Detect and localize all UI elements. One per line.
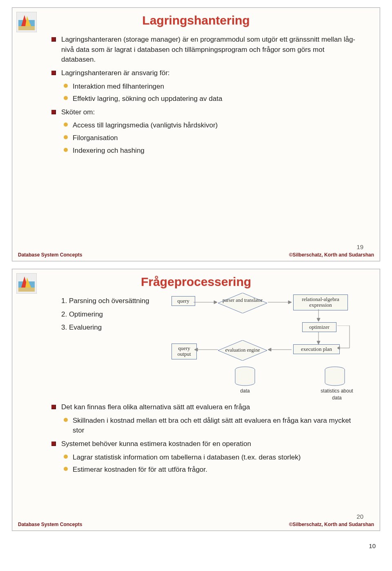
- list-item: 2. Optimering: [61, 310, 159, 320]
- cylinder-icon: [233, 366, 257, 387]
- svg-marker-24: [337, 346, 340, 350]
- numbered-list: 1. Parsning och översättning 2. Optimeri…: [61, 293, 159, 336]
- logo: [16, 12, 37, 32]
- svg-marker-11: [214, 301, 217, 304]
- cylinder-icon: [323, 366, 347, 387]
- flowchart: query parser and translator relational-a…: [172, 293, 359, 366]
- node-query-output: query output: [172, 343, 197, 359]
- svg-rect-6: [18, 288, 35, 292]
- slide-title: Frågeprocessering: [12, 269, 380, 289]
- svg-rect-1: [18, 26, 35, 30]
- footer-left: Database System Concepts: [18, 522, 82, 527]
- logo: [16, 273, 37, 294]
- document-page-number: 10: [0, 538, 392, 558]
- footer-right: ©Silberschatz, Korth and Sudarshan: [289, 522, 374, 527]
- bullet: Lagringshanteraren är ansvarig för:: [61, 68, 359, 78]
- sub-bullet: Filorganisation: [73, 133, 359, 143]
- node-data-label: data: [231, 388, 259, 395]
- svg-marker-18: [317, 341, 320, 344]
- node-query: query: [172, 296, 195, 306]
- list-item: 1. Parsning och översättning: [61, 296, 159, 306]
- slide-footer: Database System Concepts ©Silberschatz, …: [12, 252, 380, 258]
- footer-left: Database System Concepts: [18, 252, 82, 258]
- svg-marker-16: [317, 318, 320, 321]
- node-optimizer: optimizer: [302, 322, 336, 332]
- flow-data-row: data statistics about data: [61, 366, 359, 399]
- list-item: 3. Evaluering: [61, 323, 159, 333]
- sub-bullet: Estimerar kostnaden för för att utföra f…: [73, 465, 359, 475]
- node-eval-engine: evaluation engine: [218, 340, 267, 361]
- slide-footer: Database System Concepts ©Silberschatz, …: [12, 522, 380, 527]
- svg-marker-14: [288, 301, 292, 304]
- slide-content: Lagringshanteraren (storage manager) är …: [12, 27, 380, 174]
- sub-bullet: Access till lagringsmedia (vanligtvis hå…: [73, 120, 359, 131]
- sub-bullet: Effektiv lagring, sökning och uppdaterin…: [73, 94, 359, 104]
- node-exec-plan: execution plan: [293, 344, 340, 354]
- sub-bullet: Lagrar statistisk information om tabelle…: [73, 453, 359, 463]
- bullet: Systemet behöver kunna estimera kostnade…: [61, 439, 359, 449]
- slide-number: 20: [356, 513, 363, 520]
- node-parser: parser and translator: [218, 293, 267, 313]
- node-relational-expr: relational-algebra expression: [293, 294, 348, 310]
- bullet: Sköter om:: [61, 107, 359, 118]
- slide-number: 19: [356, 243, 363, 250]
- sub-bullet: Interaktion med filhanteringen: [73, 82, 359, 92]
- node-label: evaluation engine: [218, 340, 267, 353]
- svg-marker-23: [268, 348, 271, 351]
- sub-bullet: Skillnaden i kostnad mellan ett bra och …: [73, 416, 359, 436]
- sub-bullet: Indexering och hashing: [73, 146, 359, 156]
- slide-content: 1. Parsning och översättning 2. Optimeri…: [12, 289, 380, 494]
- svg-marker-20: [194, 348, 198, 351]
- slide-1: Lagringshantering Lagringshanteraren (st…: [12, 7, 380, 261]
- node-label: parser and translator: [218, 293, 267, 303]
- node-stats-label: statistics about data: [318, 388, 355, 402]
- footer-right: ©Silberschatz, Korth and Sudarshan: [289, 252, 374, 258]
- slide-2: Frågeprocessering 1. Parsning och översä…: [12, 269, 380, 531]
- slide-title: Lagringshantering: [12, 8, 380, 27]
- bullet: Lagringshanteraren (storage manager) är …: [61, 35, 359, 65]
- bullet: Det kan finnas flera olika alternativa s…: [61, 402, 359, 413]
